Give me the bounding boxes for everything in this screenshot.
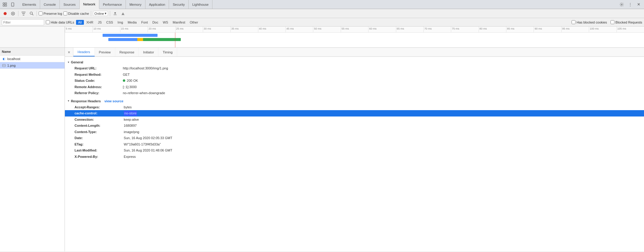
tab-performance[interactable]: Performance [99,0,126,9]
tab-bar-right: ⋮ ✕ [618,1,644,8]
search-button[interactable] [28,10,35,17]
hide-data-urls-group: Hide data URLs [46,20,74,24]
tab-preview[interactable]: Preview [95,48,115,56]
status-code-row: Status Code: 200 OK [65,78,644,84]
ruler-mark: 45 ms [285,27,313,32]
more-icon[interactable]: ⋮ [626,1,634,8]
close-devtools-icon[interactable]: ✕ [635,1,642,8]
request-row-1png[interactable]: 1.png [0,62,65,69]
response-header-row: Content-Length: 1680897 [65,123,644,129]
response-header-name: Content-Length: [75,123,123,128]
filter-tab-font[interactable]: Font [139,20,150,25]
filter-input[interactable] [2,19,44,25]
timeline-vline [175,33,175,47]
status-code-value: 200 OK [123,78,138,83]
filter-tab-manifest[interactable]: Manifest [171,20,187,25]
response-header-value: Sun, 16 Aug 2020 01:48:06 GMT [124,148,172,153]
throttle-chevron: ▾ [105,11,107,15]
ruler-mark: 60 ms [368,27,396,32]
view-source-link[interactable]: view source [104,99,123,103]
response-header-row: Content-Type: image/png [65,129,644,135]
ruler-mark: 75 ms [451,27,478,32]
ruler-mark: 25 ms [175,27,203,32]
filter-tab-doc[interactable]: Doc [150,20,161,25]
panel-content: ▼ General Request URL: http://localhost:… [65,57,644,251]
left-panel: Name ◧ localhost 1.png [0,48,65,251]
tab-sources[interactable]: Sources [60,0,79,9]
network-toolbar: Preserve log Disable cache Online ▾ [0,9,644,18]
hide-data-urls-checkbox[interactable] [46,20,50,24]
tab-initiator[interactable]: Initiator [139,48,158,56]
tab-network[interactable]: Network [80,0,99,9]
general-section-header[interactable]: ▼ General [65,59,644,65]
bar-localhost-blue [103,34,158,37]
filter-tab-ws[interactable]: WS [161,20,170,25]
filter-tab-css[interactable]: CSS [104,20,115,25]
request-name-1png: 1.png [7,64,16,67]
response-headers-section-header[interactable]: ▼ Response Headers view source [65,98,644,104]
disable-cache-checkbox[interactable] [63,11,67,15]
tab-bar-icons [1,1,16,8]
filter-tab-media[interactable]: Media [126,20,139,25]
timeline-name-col [0,27,65,47]
download-button[interactable] [120,10,126,17]
bar-1png-orange [137,38,143,41]
filter-bar: Hide data URLs All XHR JS CSS Img Media … [0,18,644,27]
response-header-row: ETag: W/"19a601-173f4f3d33a" [65,141,644,148]
tab-console[interactable]: Console [40,0,60,9]
response-header-name: Accept-Ranges: [75,105,123,110]
filter-button[interactable] [20,10,27,17]
tab-timing[interactable]: Timing [158,48,177,56]
devtools-tab-bar: Elements Console Sources Network Perform… [0,0,644,9]
filter-tab-js[interactable]: JS [96,20,104,25]
response-header-name: Content-Type: [75,129,123,135]
filter-tab-all[interactable]: All [76,20,84,25]
ruler-mark: 50 ms [313,27,340,32]
request-method-value: GET [123,72,130,77]
request-row-localhost[interactable]: ◧ localhost [0,56,65,62]
response-header-name: Last-Modified: [75,148,123,153]
filter-tab-img[interactable]: Img [116,20,125,25]
ruler-mark: 15 ms [120,27,148,32]
tab-security[interactable]: Security [169,0,189,9]
tab-application[interactable]: Application [145,0,169,9]
response-header-row: Last-Modified: Sun, 16 Aug 2020 01:48:06… [65,147,644,154]
request-url-row: Request URL: http://localhost:3000/img/1… [65,65,644,72]
response-header-value: Express [124,154,136,159]
settings-icon[interactable] [618,1,625,8]
response-header-value: image/png [124,129,139,135]
main-area: Name ◧ localhost 1.png × Headers Preview… [0,48,644,251]
request-method-label: Request Method: [75,72,123,77]
timeline-bars [65,33,644,47]
close-panel-button[interactable]: × [65,48,73,57]
tab-headers[interactable]: Headers [73,48,95,56]
filter-extra-checkboxes: Has blocked cookies Blocked Requests [572,20,642,24]
blocked-requests-checkbox[interactable] [611,20,614,24]
filter-tab-other[interactable]: Other [188,20,200,25]
tab-elements[interactable]: Elements [19,0,40,9]
ruler-mark: 35 ms [230,27,258,32]
inspect-icon[interactable] [1,1,8,8]
filter-tab-xhr[interactable]: XHR [84,20,95,25]
throttle-select[interactable]: Online ▾ [93,11,108,16]
svg-rect-0 [3,3,5,4]
record-button[interactable] [2,10,8,17]
tab-response[interactable]: Response [115,48,139,56]
ruler-mark: 85 ms [506,27,534,32]
has-blocked-cookies-checkbox[interactable] [572,20,575,24]
response-headers-rows: Accept-Ranges: bytescache-control: no-st… [65,104,644,160]
referrer-policy-label: Referrer Policy: [75,91,123,96]
response-headers-triangle: ▼ [67,100,70,102]
has-blocked-cookies-group: Has blocked cookies [572,20,607,24]
filter-type-tabs: All XHR JS CSS Img Media Font Doc WS Man… [76,20,200,25]
response-header-row: X-Powered-By: Express [65,154,644,160]
tab-memory[interactable]: Memory [126,0,145,9]
divider-2 [37,11,37,16]
clear-button[interactable] [10,10,16,17]
upload-button[interactable] [112,10,119,17]
tab-lighthouse[interactable]: Lighthouse [189,0,212,9]
preserve-log-checkbox[interactable] [39,11,43,15]
request-url-value: http://localhost:3000/img/1.png [123,66,168,71]
device-icon[interactable] [9,1,16,8]
blocked-requests-group: Blocked Requests [611,20,642,24]
